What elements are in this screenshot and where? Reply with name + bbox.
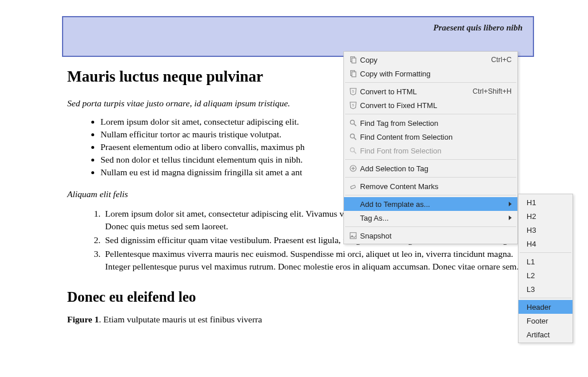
menu-item-snapshot[interactable]: Snapshot (344, 229, 517, 243)
menu-item-add-to-template[interactable]: Add to Template as... (344, 197, 517, 211)
submenu-label: L1 (527, 257, 535, 266)
submenu-item-footer[interactable]: Footer (519, 314, 572, 328)
submenu-arrow-icon (509, 216, 512, 220)
svg-line-11 (354, 151, 356, 153)
menu-label: Remove Content Marks (359, 182, 512, 191)
menu-label: Snapshot (359, 232, 512, 240)
html-icon: 5 (347, 87, 359, 95)
menu-item-find-font: Find Font from Selection (344, 144, 517, 157)
submenu-arrow-icon (509, 202, 512, 206)
menu-label: Find Content from Selection (359, 133, 512, 141)
menu-item-remove-content-marks[interactable]: Remove Content Marks (344, 179, 517, 193)
submenu-label: H2 (527, 212, 536, 221)
submenu-label: L3 (527, 285, 535, 294)
submenu-item-h1[interactable]: H1 (519, 195, 572, 209)
eraser-icon (347, 182, 359, 190)
menu-label: Convert to HTML (359, 87, 473, 96)
svg-point-6 (350, 120, 354, 124)
submenu-item-l3[interactable]: L3 (519, 282, 572, 296)
menu-shortcut: Ctrl+C (491, 56, 512, 64)
svg-line-9 (354, 137, 356, 140)
menu-item-convert-html[interactable]: 5 Convert to HTML Ctrl+Shift+H (344, 84, 517, 98)
figure-caption: Figure 1. Etiam vulputate mauris ut est … (67, 314, 527, 325)
submenu-item-h4[interactable]: H4 (519, 237, 572, 251)
menu-item-add-selection-to-tag[interactable]: Add Selection to Tag (344, 161, 517, 175)
menu-separator (345, 177, 516, 178)
menu-label: Find Font from Selection (359, 147, 512, 155)
submenu-item-h2[interactable]: H2 (519, 209, 572, 223)
submenu-item-l1[interactable]: L1 (519, 255, 572, 268)
search-icon (347, 119, 359, 127)
submenu-separator (520, 298, 571, 298)
copy-icon (347, 70, 359, 78)
menu-item-tag-as[interactable]: Tag As... (344, 211, 517, 225)
context-menu: Copy Ctrl+C Copy with Formatting 5 Conve… (343, 51, 518, 244)
submenu-label: Header (527, 303, 551, 311)
menu-separator (345, 159, 516, 160)
svg-point-8 (350, 134, 354, 138)
copy-icon (347, 56, 359, 64)
submenu-label: Artifact (527, 330, 550, 339)
plus-circle-icon (347, 164, 359, 172)
svg-rect-3 (352, 72, 356, 77)
search-icon (347, 147, 359, 155)
submenu-separator (520, 252, 571, 253)
menu-label: Tag As... (359, 214, 504, 222)
menu-item-find-content[interactable]: Find Content from Selection (344, 130, 517, 144)
submenu-label: H3 (527, 226, 536, 234)
figure-caption-text: . Etiam vulputate mauris ut est finibus … (99, 314, 262, 324)
svg-text:5: 5 (352, 103, 354, 107)
menu-label: Add to Template as... (359, 200, 504, 209)
menu-item-convert-fixed-html[interactable]: 5 Convert to Fixed HTML (344, 98, 517, 112)
submenu-label: H4 (527, 240, 536, 248)
menu-separator (345, 114, 516, 114)
menu-label: Find Tag from Selection (359, 119, 512, 128)
submenu-label: H1 (527, 198, 536, 207)
submenu-label: Footer (527, 317, 548, 325)
svg-rect-16 (350, 233, 357, 239)
heading-2: Donec eu eleifend leo (67, 289, 527, 305)
figure-label: Figure 1 (67, 314, 99, 324)
menu-label: Convert to Fixed HTML (359, 101, 512, 110)
menu-label: Copy (359, 56, 491, 64)
search-icon (347, 133, 359, 141)
menu-separator (345, 226, 516, 227)
submenu-label: L2 (527, 271, 535, 280)
submenu-item-l2[interactable]: L2 (519, 268, 572, 282)
svg-line-7 (354, 124, 356, 126)
menu-label: Copy with Formatting (359, 70, 512, 78)
menu-item-find-tag[interactable]: Find Tag from Selection (344, 116, 517, 130)
submenu-item-h3[interactable]: H3 (519, 223, 572, 237)
svg-rect-1 (352, 58, 356, 63)
menu-separator (345, 82, 516, 83)
snapshot-icon (347, 232, 359, 240)
html-icon: 5 (347, 101, 359, 109)
submenu-item-artifact[interactable]: Artifact (519, 328, 572, 341)
header-text: Praesent quis libero nibh (63, 23, 523, 33)
svg-text:5: 5 (352, 89, 354, 93)
list-item: Pellentesque maximus viverra mauris nec … (103, 248, 527, 273)
menu-shortcut: Ctrl+Shift+H (473, 87, 512, 95)
menu-item-copy[interactable]: Copy Ctrl+C (344, 53, 517, 67)
menu-item-copy-formatting[interactable]: Copy with Formatting (344, 67, 517, 80)
submenu-item-header[interactable]: Header (519, 300, 572, 314)
template-submenu: H1 H2 H3 H4 L1 L2 L3 Header Footer Artif… (518, 194, 573, 343)
menu-label: Add Selection to Tag (359, 164, 512, 173)
menu-separator (345, 195, 516, 195)
svg-rect-15 (350, 185, 355, 189)
svg-point-10 (350, 148, 354, 152)
